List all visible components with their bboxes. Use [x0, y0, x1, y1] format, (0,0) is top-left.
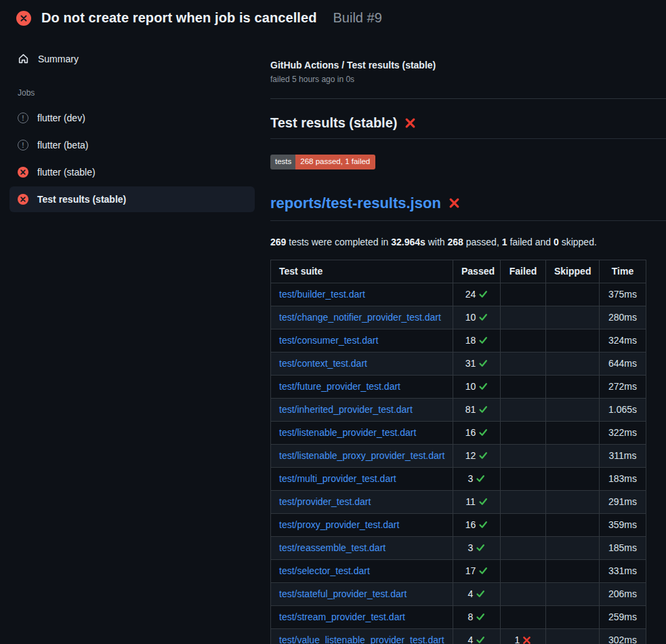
test-suite-link[interactable]: test/future_provider_test.dart	[279, 381, 400, 392]
jobs-section-label: Jobs	[0, 71, 264, 104]
test-suite-link[interactable]: test/inherited_provider_test.dart	[279, 404, 413, 415]
passed-value: 16	[465, 519, 476, 530]
cross-mark-icon	[404, 117, 416, 129]
table-row: test/selector_test.dart 17 331ms	[271, 559, 646, 582]
jobs-list: ! flutter (dev) ! flutter (beta) ! flutt…	[0, 105, 264, 212]
test-suite-link[interactable]: test/stream_provider_test.dart	[279, 611, 405, 622]
summary-text-segment: failed and	[507, 237, 554, 247]
sidebar-item-summary[interactable]: Summary	[9, 47, 255, 71]
failed-count: 1	[502, 237, 507, 247]
summary-text-segment: with	[425, 237, 448, 247]
test-results-table: Test suite Passed Failed Skipped Time te…	[270, 260, 646, 644]
check-icon	[476, 474, 485, 483]
check-icon	[476, 589, 485, 599]
column-header-time: Time	[600, 260, 646, 283]
summary-text-segment: skipped.	[559, 237, 597, 247]
failed-status-icon	[18, 167, 28, 178]
passed-value: 17	[465, 565, 476, 576]
test-suite-link[interactable]: test/consumer_test.dart	[279, 335, 378, 346]
summary-text-segment: tests were completed in	[286, 237, 391, 247]
build-number: Build #9	[333, 10, 382, 26]
home-icon	[18, 53, 29, 64]
time-value: 324ms	[600, 329, 646, 352]
section-heading: Test results (stable)	[270, 115, 666, 139]
check-icon	[478, 405, 488, 414]
time-value: 206ms	[600, 582, 646, 605]
cancelled-status-icon: !	[18, 113, 28, 123]
passed-value: 10	[465, 381, 476, 392]
passed-value: 18	[465, 335, 476, 346]
passed-value: 11	[465, 496, 476, 507]
table-row: test/reassemble_test.dart 3 185ms	[271, 536, 646, 559]
time-value: 359ms	[600, 513, 646, 536]
sidebar-job-item[interactable]: ! flutter (beta)	[9, 132, 255, 158]
test-suite-link[interactable]: test/multi_provider_test.dart	[279, 473, 396, 484]
check-icon	[478, 497, 488, 506]
time-value: 259ms	[600, 605, 646, 628]
tests-badge: tests 268 passed, 1 failed	[270, 155, 375, 169]
breadcrumb: GitHub Actions / Test results (stable)	[270, 60, 666, 71]
check-icon	[478, 520, 488, 529]
sidebar-job-item[interactable]: ! flutter (dev)	[9, 105, 255, 131]
table-row: test/consumer_test.dart 18 324ms	[271, 329, 646, 352]
failed-status-icon	[16, 11, 31, 26]
test-suite-link[interactable]: test/listenable_proxy_provider_test.dart	[279, 450, 444, 461]
check-icon	[478, 566, 488, 576]
summary-text-segment: passed,	[463, 237, 502, 247]
table-row: test/future_provider_test.dart 10 272ms	[271, 375, 646, 398]
passed-value: 4	[468, 588, 474, 599]
results-summary-sentence: 269 tests were completed in 32.964s with…	[270, 237, 666, 247]
badge-label: tests	[270, 155, 295, 169]
test-suite-link[interactable]: test/context_test.dart	[279, 358, 367, 369]
passed-value: 3	[468, 473, 474, 484]
job-label: Test results (stable)	[37, 194, 126, 205]
check-icon	[476, 543, 485, 552]
time-value: 644ms	[600, 352, 646, 375]
cross-mark-icon	[449, 197, 460, 209]
total-count: 269	[270, 237, 286, 247]
test-suite-link[interactable]: test/reassemble_test.dart	[279, 542, 386, 553]
test-suite-link[interactable]: test/listenable_provider_test.dart	[279, 427, 416, 438]
passed-value: 3	[468, 542, 474, 553]
page-title: Do not create report when job is cancell…	[41, 10, 317, 26]
table-header-row: Test suite Passed Failed Skipped Time	[271, 260, 646, 283]
check-icon	[478, 451, 488, 460]
check-icon	[476, 612, 485, 622]
test-suite-link[interactable]: test/value_listenable_provider_test.dart	[279, 635, 444, 644]
check-icon	[478, 313, 488, 322]
passed-value: 8	[468, 611, 474, 622]
test-suite-link[interactable]: test/builder_test.dart	[279, 289, 365, 300]
time-value: 322ms	[600, 421, 646, 444]
table-row: test/stateful_provider_test.dart 4 206ms	[271, 582, 646, 605]
passed-value: 10	[465, 312, 476, 323]
check-icon	[478, 336, 488, 345]
skipped-count: 0	[554, 237, 559, 247]
table-row: test/inherited_provider_test.dart 81 1.0…	[271, 398, 646, 421]
check-icon	[478, 359, 488, 368]
sidebar-job-item[interactable]: ! Test results (stable)	[9, 186, 255, 212]
test-suite-link[interactable]: test/selector_test.dart	[279, 565, 370, 576]
cross-icon	[522, 636, 531, 644]
test-suite-link[interactable]: test/provider_test.dart	[279, 496, 371, 507]
column-header-test-suite: Test suite	[271, 260, 453, 283]
test-suite-link[interactable]: test/change_notifier_provider_test.dart	[279, 312, 441, 323]
test-suite-link[interactable]: test/stateful_provider_test.dart	[279, 588, 407, 599]
time-value: 302ms	[600, 628, 646, 644]
test-suite-link[interactable]: test/proxy_provider_test.dart	[279, 519, 399, 530]
column-header-failed: Failed	[501, 260, 546, 283]
sidebar-summary-label: Summary	[38, 54, 79, 64]
column-header-skipped: Skipped	[546, 260, 600, 283]
table-row: test/stream_provider_test.dart 8 259ms	[271, 605, 646, 628]
time-value: 331ms	[600, 559, 646, 582]
table-row: test/proxy_provider_test.dart 16 359ms	[271, 513, 646, 536]
table-row: test/provider_test.dart 11 291ms	[271, 490, 646, 513]
check-icon	[478, 428, 488, 437]
time-value: 272ms	[600, 375, 646, 398]
divider	[270, 98, 666, 99]
time-value: 183ms	[600, 467, 646, 490]
sidebar-job-item[interactable]: ! flutter (stable)	[9, 159, 255, 185]
time-value: 280ms	[600, 306, 646, 329]
table-row: test/value_listenable_provider_test.dart…	[271, 628, 646, 644]
column-header-passed: Passed	[453, 260, 501, 283]
report-file-link[interactable]: reports/test-results.json	[270, 195, 441, 212]
